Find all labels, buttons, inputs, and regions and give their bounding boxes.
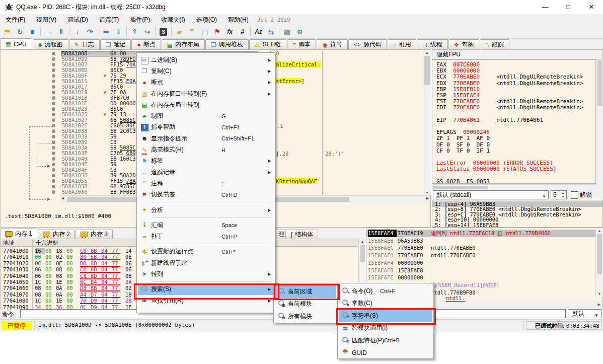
dump-byte[interactable]: 08 bbox=[56, 266, 66, 272]
menubar-item[interactable]: 追踪(T) bbox=[94, 14, 124, 25]
registers-hscroll-thumb[interactable] bbox=[433, 186, 488, 189]
scroll-left-arrow[interactable]: ◀ bbox=[61, 196, 64, 200]
function-icon[interactable]: fx bbox=[223, 26, 236, 37]
breakpoint-dot[interactable] bbox=[52, 52, 55, 55]
dump-byte[interactable]: 0A bbox=[56, 285, 66, 291]
tab-seh[interactable]: ⚠SEH链 bbox=[249, 39, 286, 49]
dump-byte[interactable]: D0 bbox=[80, 260, 91, 266]
scroll-down-arrow[interactable]: ▼ bbox=[423, 191, 431, 194]
breakpoint-dot[interactable] bbox=[52, 179, 55, 183]
menu-item[interactable]: GUID bbox=[339, 347, 432, 359]
disasm-vscrollbar[interactable]: ▲ ▼ bbox=[423, 50, 431, 195]
menu-item[interactable]: 搜索(S)▶ bbox=[138, 284, 274, 295]
run-to-user-code-icon[interactable]: ↪ bbox=[141, 26, 154, 37]
menu-item[interactable]: 01二进制(B)▶ bbox=[138, 54, 274, 65]
menu-item[interactable]: ›命令(O)Ctrl+F bbox=[339, 285, 432, 298]
menu-item[interactable]: ∞查找引用(R)▶ bbox=[138, 295, 274, 306]
breakpoint-dot[interactable] bbox=[52, 57, 55, 61]
dump-scroll-up-arrow[interactable]: ▲ bbox=[359, 240, 366, 243]
register-line[interactable]: LastStatus 00000000 (STATUS_SUCCESS) bbox=[436, 166, 556, 172]
dump-byte[interactable]: 77 bbox=[112, 285, 122, 291]
breakpoint-dot[interactable] bbox=[52, 129, 55, 133]
calculator-icon[interactable]: ▦ bbox=[281, 26, 293, 37]
menu-item[interactable]: ●断点▶ bbox=[138, 77, 274, 88]
step-into-icon[interactable]: ↓ bbox=[71, 26, 84, 37]
dump-byte[interactable]: 04 bbox=[101, 266, 112, 272]
dump-byte[interactable]: 02 bbox=[125, 285, 136, 291]
dump-byte[interactable]: D8 bbox=[80, 285, 91, 291]
breakpoint-dot[interactable] bbox=[52, 152, 55, 155]
register-line[interactable]: CF 0 TF 0 IF 1 bbox=[436, 148, 490, 154]
menu-item[interactable]: ⇕+新建线程于此 bbox=[138, 257, 274, 268]
dump-byte[interactable]: D7 bbox=[91, 292, 101, 298]
dump-byte[interactable]: 77 bbox=[112, 273, 122, 279]
intermodule-calls-icon[interactable]: ⇆ bbox=[265, 26, 277, 37]
tab-log[interactable]: ✎日志 bbox=[69, 39, 100, 49]
disasm-vscroll-thumb[interactable] bbox=[424, 56, 430, 85]
dump-byte[interactable]: 0A bbox=[56, 292, 66, 298]
dump-byte[interactable]: 77 bbox=[112, 279, 122, 285]
dump-byte[interactable]: C0 bbox=[80, 248, 91, 254]
tab-trace[interactable]: ∴跟踪 bbox=[480, 39, 509, 49]
tab-breakpoints[interactable]: ●断点 bbox=[131, 39, 161, 49]
strings-icon[interactable]: Az bbox=[252, 26, 265, 37]
dump-byte[interactable]: 04 bbox=[101, 292, 112, 298]
breakpoint-dot[interactable] bbox=[52, 80, 55, 83]
breakpoint-dot[interactable] bbox=[52, 168, 55, 172]
stack-row[interactable]: 15E8FAF815E8FAE8 bbox=[366, 267, 595, 274]
dump-byte[interactable]: 00 bbox=[45, 254, 56, 260]
breakpoint-dot[interactable] bbox=[52, 174, 55, 177]
dump-byte[interactable]: 08 bbox=[35, 292, 45, 298]
dump-byte[interactable]: 04 bbox=[101, 298, 112, 304]
dump-byte[interactable]: 80 bbox=[80, 254, 91, 260]
step-out-icon[interactable]: ⇓ bbox=[112, 26, 125, 37]
hide-fpu-button[interactable]: 隐藏FPU bbox=[432, 49, 603, 59]
menu-item[interactable]: ✦分析▶ bbox=[138, 204, 274, 215]
dump-byte[interactable]: 00 bbox=[66, 292, 77, 298]
menubar-item[interactable]: 收藏夹(I) bbox=[156, 14, 190, 25]
minimize-button[interactable]: — bbox=[534, 0, 557, 14]
dump-byte[interactable]: 06 bbox=[125, 260, 136, 266]
dump-byte[interactable]: 8D bbox=[91, 273, 101, 279]
dump-byte[interactable]: 5B bbox=[91, 254, 101, 260]
stack-scroll-down-arrow[interactable]: ▼ bbox=[596, 292, 603, 296]
dump-byte[interactable]: 1C bbox=[35, 298, 45, 304]
breakpoint-dot[interactable] bbox=[52, 185, 55, 188]
dump-byte[interactable]: C0 bbox=[80, 266, 91, 272]
dump-byte[interactable]: 8D bbox=[91, 260, 101, 266]
register-line[interactable]: GS 002B FS 0053 bbox=[436, 179, 490, 184]
dump-byte[interactable]: 08 bbox=[56, 273, 66, 279]
breakpoint-dot[interactable] bbox=[52, 163, 55, 166]
tab-cpu[interactable]: ▦CPU bbox=[0, 38, 32, 49]
menu-item[interactable]: ✲所有模块▶ bbox=[275, 310, 336, 323]
dump-tab[interactable]: 内存 3 bbox=[76, 230, 113, 239]
tab-struct[interactable]: ʃ结构体 bbox=[285, 230, 318, 239]
menubar-item[interactable]: 选项(O) bbox=[191, 14, 222, 25]
registers-view[interactable]: EAX 007C6000EBX 00000000ECX 770EABE0 <nt… bbox=[432, 59, 596, 184]
stack-row[interactable]: 15E8FAE896A59BB3 bbox=[366, 237, 595, 245]
dump-byte[interactable]: 00 bbox=[45, 292, 56, 298]
dump-byte[interactable]: 04 bbox=[101, 254, 112, 260]
register-line[interactable]: EDI 770EABE0 <ntdll.DbgUiRemoteBreakin> bbox=[436, 105, 583, 111]
tab-notes[interactable]: ❐笔记 bbox=[100, 39, 131, 49]
breakpoint-dot[interactable] bbox=[52, 118, 55, 122]
dump-byte[interactable]: 06 bbox=[35, 273, 45, 279]
dump-tab[interactable]: 内存 1 bbox=[0, 229, 37, 239]
menu-item[interactable]: ▣当前模块▶ bbox=[275, 298, 336, 311]
dump-byte[interactable]: 04 bbox=[101, 285, 112, 291]
menu-item[interactable]: ❐复制(C)▶ bbox=[138, 65, 274, 77]
dump-byte[interactable]: 00 bbox=[45, 285, 56, 291]
stack-row[interactable]: 15E8FAE4770EAC19返回到 ntdll.770EAC19 自 ntd… bbox=[366, 230, 595, 237]
menu-item[interactable]: ▫当前区域▶ bbox=[275, 285, 336, 298]
registers-vscroll-thumb[interactable] bbox=[597, 60, 602, 106]
dump-byte[interactable]: 00 bbox=[66, 273, 77, 279]
tab-call-stack[interactable]: ❒调用堆栈 bbox=[205, 39, 249, 49]
calling-convention-dropdown[interactable]: 默认 (stdcall) ▼ bbox=[433, 190, 549, 199]
stack-vscrollbar[interactable]: ▲ ▼ bbox=[595, 228, 603, 297]
dump-byte[interactable]: 70 bbox=[80, 298, 91, 304]
stack-row[interactable]: 15E8FAF400000000 bbox=[366, 259, 595, 267]
breakpoint-dot[interactable] bbox=[52, 68, 55, 72]
menu-item[interactable]: ↧汇编Space bbox=[138, 220, 274, 231]
dump-byte[interactable]: A4 bbox=[80, 292, 91, 298]
maximize-button[interactable]: □ bbox=[557, 0, 580, 14]
